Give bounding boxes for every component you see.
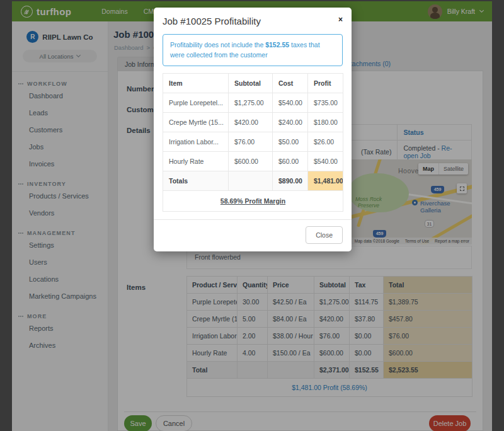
- profit-table: ItemSubtotalCostProfit Purple Lorepetel.…: [163, 73, 343, 212]
- cell: $76.00: [229, 132, 273, 151]
- totals-profit: $1,481.00: [308, 171, 343, 190]
- close-button[interactable]: Close: [306, 226, 343, 244]
- table-row: Purple Lorepetel...$1,275.00$540.00$735.…: [163, 93, 343, 112]
- table-row: Irrigation Labor...$76.00$50.00$26.00: [163, 132, 343, 151]
- tax-info-alert: Profitability does not include the $152.…: [163, 34, 343, 66]
- cell: $540.00: [308, 151, 343, 171]
- cell: $50.00: [273, 132, 308, 151]
- cell: $420.00: [229, 112, 273, 132]
- totals-cost: $890.00: [273, 171, 308, 190]
- table-header-row: ItemSubtotalCostProfit: [163, 73, 343, 93]
- table-row: Hourly Rate$600.00$60.00$540.00: [163, 151, 343, 171]
- cell: $1,275.00: [229, 93, 273, 112]
- profit-margin[interactable]: 58.69% Profit Margin: [163, 190, 343, 211]
- column-header: Item: [163, 73, 229, 93]
- alert-amount: $152.55: [265, 41, 289, 49]
- cell: $600.00: [229, 151, 273, 171]
- cell: Irrigation Labor...: [163, 132, 229, 151]
- totals-subtotal: [229, 171, 273, 190]
- modal-footer: Close: [154, 219, 352, 251]
- column-header: Profit: [308, 73, 343, 93]
- cell: $240.00: [273, 112, 308, 132]
- cell: $60.00: [273, 151, 308, 171]
- cell: $540.00: [273, 93, 308, 112]
- cell: Crepe Myrtle (15...: [163, 112, 229, 132]
- column-header: Cost: [273, 73, 308, 93]
- modal-title: Job #10025 Profitability: [163, 16, 261, 26]
- alert-text: Profitability does not include the: [170, 41, 265, 49]
- cell: Hourly Rate: [163, 151, 229, 171]
- modal-header: Job #10025 Profitability ×: [154, 8, 352, 32]
- profit-margin-row: 58.69% Profit Margin: [163, 190, 343, 211]
- totals-label: Totals: [163, 171, 229, 190]
- table-row: Crepe Myrtle (15...$420.00$240.00$180.00: [163, 112, 343, 132]
- profitability-modal: Job #10025 Profitability × Profitability…: [154, 8, 352, 251]
- close-icon[interactable]: ×: [338, 16, 343, 23]
- cell: $26.00: [308, 132, 343, 151]
- cell: Purple Lorepetel...: [163, 93, 229, 112]
- profit-totals-row: Totals $890.00 $1,481.00: [163, 171, 343, 190]
- cell: $735.00: [308, 93, 343, 112]
- cell: $180.00: [308, 112, 343, 132]
- column-header: Subtotal: [229, 73, 273, 93]
